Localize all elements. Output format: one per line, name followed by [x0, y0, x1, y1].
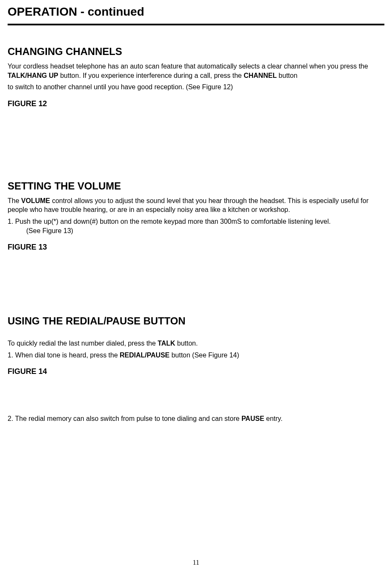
- figure-14-label: FIGURE 14: [8, 367, 384, 376]
- text-fragment: The: [8, 197, 21, 204]
- bold-channel: CHANNEL: [244, 72, 277, 79]
- title-suffix: - continued: [77, 5, 144, 18]
- para-redial-1: To quickly redial the last number dialed…: [8, 339, 384, 348]
- heading-redial-pause: USING THE REDIAL/PAUSE BUTTON: [8, 315, 384, 327]
- list-redial-2: 2. The redial memory can also switch fro…: [8, 414, 384, 423]
- text-fragment: button.: [175, 340, 197, 347]
- bold-volume: VOLUME: [21, 197, 50, 204]
- figure-12-placeholder: [8, 108, 384, 180]
- para-changing-channels-1: Your cordless headset telephone has an a…: [8, 62, 384, 80]
- text-fragment: 1. When dial tone is heard, press the: [8, 352, 120, 359]
- text-fragment: control allows you to adjust the sound l…: [8, 197, 369, 214]
- heading-changing-channels: CHANGING CHANNELS: [8, 46, 384, 58]
- text-fragment: 1. Push the up(*) and down(#) button on …: [8, 218, 331, 225]
- bold-talk: TALK: [158, 340, 175, 347]
- bold-pause: PAUSE: [241, 415, 264, 422]
- header-divider: [8, 24, 384, 25]
- title-main: OPERATION: [8, 5, 77, 18]
- bold-talk-hangup: TALK/HANG UP: [8, 72, 58, 79]
- spacer: [8, 331, 384, 339]
- text-fragment: 2. The redial memory can also switch fro…: [8, 415, 241, 422]
- text-fragment: button. If you experience interference d…: [58, 72, 244, 79]
- para-volume-1: The VOLUME control allows you to adjust …: [8, 196, 384, 214]
- figure-13-label: FIGURE 13: [8, 243, 384, 252]
- figure-14-placeholder: [8, 376, 384, 414]
- text-fragment: button (See Figure 14): [170, 352, 239, 359]
- list-redial-1: 1. When dial tone is heard, press the RE…: [8, 351, 384, 360]
- para-changing-channels-2: to switch to another channel until you h…: [8, 82, 384, 92]
- heading-setting-volume: SETTING THE VOLUME: [8, 180, 384, 192]
- figure-13-placeholder: [8, 252, 384, 315]
- text-fragment: Your cordless headset telephone has an a…: [8, 63, 368, 70]
- text-fragment: button: [277, 72, 297, 79]
- list-volume-1: 1. Push the up(*) and down(#) button on …: [8, 217, 384, 235]
- figure-12-label: FIGURE 12: [8, 99, 384, 108]
- text-sub-fragment: (See Figure 13): [17, 226, 384, 236]
- text-fragment: entry.: [264, 415, 282, 422]
- page-number: 11: [193, 559, 199, 566]
- page-title: OPERATION - continued: [8, 5, 384, 19]
- bold-redial-pause: REDIAL/PAUSE: [120, 352, 170, 359]
- text-fragment: To quickly redial the last number dialed…: [8, 340, 158, 347]
